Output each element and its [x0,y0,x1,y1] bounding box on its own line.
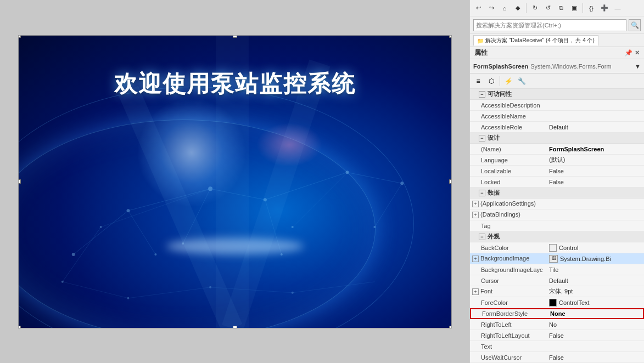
properties-header: 属性 📌 ✕ [470,47,644,59]
handle-mr[interactable] [449,179,452,184]
expand-data[interactable]: − [479,190,485,196]
forward-btn[interactable]: ↪ [485,2,497,14]
add-btn[interactable]: ➕ [598,2,611,14]
prop-usewaitcursor[interactable]: UseWaitCursor False [470,352,644,363]
form-type: System.Windows.Forms.Form [530,63,611,70]
dropdown-icon[interactable]: ▼ [635,63,641,70]
form-name-bar: FormSplashScreen System.Windows.Forms.Fo… [470,59,644,73]
svg-point-20 [400,182,404,185]
expand-accessibility[interactable]: − [479,91,485,98]
expand-design[interactable]: − [479,135,485,141]
undo-btn[interactable]: ↻ [529,2,541,14]
handle-br[interactable] [449,326,452,328]
prop-bgimage[interactable]: + BackgroundImage 🖼 System.Drawing.Bi [470,253,644,264]
prop-language[interactable]: Language (默认) [470,155,644,166]
divider-1 [526,3,527,13]
expand-appearance[interactable]: − [479,234,485,240]
prop-backcolor[interactable]: BackColor Control [470,242,644,253]
svg-line-28 [62,281,128,298]
prop-formborderstyle[interactable]: FormBorderStyle None [470,308,644,319]
svg-line-4 [347,172,402,183]
svg-line-29 [128,287,210,298]
svg-point-18 [263,198,266,201]
prop-righttoleft[interactable]: RightToLeft No [470,319,644,330]
prop-accessible-role[interactable]: AccessibleRole Default [470,122,644,133]
code-btn[interactable]: {} [585,2,597,14]
svg-point-25 [291,226,293,228]
props-alpha-btn[interactable]: ⬡ [485,75,497,87]
form-name: FormSplashScreen [473,63,528,70]
prop-tag[interactable]: Tag [470,220,644,231]
form-canvas[interactable]: 欢迎使用泵站监控系统 [18,35,452,328]
svg-point-24 [99,226,102,228]
search-bar: 🔍 [470,16,644,34]
category-design[interactable]: − 设计 [470,133,644,144]
grid-btn[interactable]: ▣ [568,2,580,14]
solution-explorer-tab: 📁 解决方案 "DataReceive" (4 个项目， 共 4 个) [470,34,644,47]
redo-btn[interactable]: ↺ [542,2,554,14]
solution-tab-item[interactable]: 📁 解决方案 "DataReceive" (4 个项目， 共 4 个) [473,35,598,46]
divider-2 [583,3,583,13]
category-data-label: 数据 [488,189,500,197]
expand-databindings[interactable]: + [472,212,479,218]
props-list-btn[interactable]: ≡ [472,75,484,87]
forecolor-swatch [549,299,557,307]
category-accessibility-label: 可访问性 [488,90,512,98]
handle-ml[interactable] [18,179,21,184]
handle-bm[interactable] [233,326,237,328]
handle-tm[interactable] [233,35,237,38]
home-btn[interactable]: ⌂ [499,2,511,14]
prop-localizable[interactable]: Localizable False [470,166,644,177]
prop-font[interactable]: + Font 宋体, 9pt [470,286,644,297]
prop-accessible-name[interactable]: AccessibleName [470,111,644,122]
pin-controls[interactable]: 📌 ✕ [625,49,640,56]
backcolor-swatch [549,244,557,252]
category-appearance-label: 外观 [488,232,500,241]
search-input[interactable] [473,19,626,31]
category-accessibility[interactable]: − 可访问性 [470,89,644,100]
prop-bgimagelayout[interactable]: BackgroundImageLayc Tile [470,264,644,275]
handle-bl[interactable] [18,326,21,328]
diamond-btn[interactable]: ◆ [512,2,524,14]
bgimage-icon: 🖼 [549,255,558,263]
handle-tl[interactable] [18,35,21,38]
prop-app-settings[interactable]: + (ApplicationSettings) [470,198,644,209]
svg-line-0 [73,211,128,254]
props-prop-btn[interactable]: ⚡ [502,75,514,87]
solution-label: 解决方案 "DataReceive" (4 个项目， 共 4 个) [485,37,595,44]
design-canvas-panel: 欢迎使用泵站监控系统 [0,0,469,363]
props-event-btn[interactable]: 🔧 [516,75,528,87]
svg-point-19 [345,171,349,174]
close-icon[interactable]: ✕ [635,49,640,56]
copy-btn[interactable]: ⧉ [555,2,567,14]
svg-line-9 [292,172,347,227]
svg-line-11 [374,183,402,227]
properties-table: − 可访问性 AccessibleDescription AccessibleN… [470,89,644,363]
prop-locked[interactable]: Locked False [470,177,644,188]
svg-point-32 [127,297,129,299]
expand-appsettings[interactable]: + [472,201,479,207]
prop-accessible-desc[interactable]: AccessibleDescription [470,100,644,111]
pin-icon[interactable]: 📌 [625,49,632,56]
minus-btn[interactable]: — [612,2,624,14]
expand-font[interactable]: + [472,288,479,295]
svg-point-27 [373,226,376,228]
search-button[interactable]: 🔍 [629,19,641,31]
properties-title: 属性 [474,48,488,58]
expand-bgimage[interactable]: + [472,256,479,262]
props-divider-1 [500,76,500,86]
handle-tr[interactable] [449,35,452,38]
prop-text[interactable]: Text [470,341,644,352]
category-data[interactable]: − 数据 [470,188,644,198]
svg-point-33 [209,286,211,288]
svg-point-16 [126,209,130,212]
center-glow [137,98,247,207]
solution-icon: 📁 [477,38,484,44]
prop-name[interactable]: (Name) FormSplashScreen [470,144,644,155]
back-btn[interactable]: ↩ [472,2,484,14]
prop-forecolor[interactable]: ForeColor ControlText [470,297,644,308]
category-appearance[interactable]: − 外观 [470,231,644,242]
prop-databindings[interactable]: + (DataBindings) [470,209,644,220]
prop-cursor[interactable]: Cursor Default [470,275,644,286]
prop-righttoleftlayout[interactable]: RightToLeftLayout False [470,330,644,341]
